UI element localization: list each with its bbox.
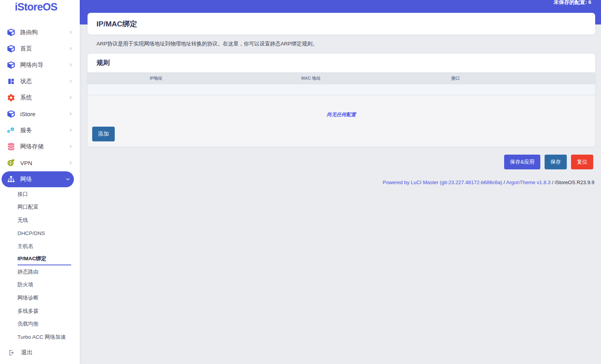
sidebar-item-routerdog[interactable]: 路由狗 (2, 24, 77, 40)
reset-button[interactable]: 复位 (571, 155, 593, 169)
sidebar-item-system[interactable]: 系统 (2, 89, 77, 106)
cube-icon (7, 110, 15, 118)
main-area: 未保存的配置: 6 IP/MAC绑定 ARP协议是用于实现网络地址到物理地址转换… (80, 0, 601, 185)
submenu-ip-mac-binding[interactable]: IP/MAC绑定 (18, 253, 71, 265)
page-description: ARP协议是用于实现网络地址到物理地址转换的协议。在这里，你可以设置静态ARP绑… (88, 35, 595, 54)
chevron-right-icon (69, 112, 73, 116)
chevron-right-icon (69, 79, 73, 83)
chevron-right-icon (69, 47, 73, 51)
submenu-port-config[interactable]: 网口配置 (18, 201, 80, 214)
sidebar-item-home[interactable]: 首页 (2, 40, 77, 57)
sidebar-item-label: 首页 (20, 45, 69, 52)
chevron-right-icon (69, 161, 73, 165)
column-header-ip: IP地址 (88, 72, 224, 84)
sign-out-icon (8, 349, 16, 357)
column-header-mac: MAC 地址 (224, 72, 397, 84)
submenu-wireless[interactable]: 无线 (18, 214, 80, 227)
rules-section: 规则 IP地址 MAC 地址 接口 (88, 54, 595, 147)
rules-table: IP地址 MAC 地址 接口 (88, 72, 595, 95)
page-title-card: IP/MAC绑定 (88, 13, 595, 35)
sitemap-icon (7, 176, 15, 183)
add-button[interactable]: 添加 (92, 127, 115, 141)
sidebar-item-network[interactable]: 网络 (2, 171, 74, 187)
empty-message: 尚无任何配置 (88, 95, 595, 118)
submenu-static-routes[interactable]: 静态路由 (18, 265, 80, 279)
sidebar-item-label: 服务 (20, 127, 69, 134)
cube-icon (7, 61, 15, 69)
sidebar-item-istore[interactable]: iStore (2, 106, 77, 122)
chevron-right-icon (69, 128, 73, 132)
table-row (88, 84, 595, 95)
submenu-diagnostics[interactable]: 网络诊断 (18, 291, 80, 305)
sidebar-item-logout[interactable]: 退出 (2, 345, 77, 361)
submenu-load-balancing[interactable]: 负载均衡 (18, 317, 80, 331)
sidebar-item-label: 路由狗 (20, 29, 69, 36)
submenu-turbo-acc[interactable]: Turbo ACC 网络加速 (18, 331, 80, 344)
submenu-dhcp-dns[interactable]: DHCP/DNS (18, 227, 80, 240)
istoreos-logo[interactable]: iStoreOS (0, 0, 80, 13)
rules-section-title: 规则 (88, 54, 595, 72)
sidebar-item-label: 网络向导 (20, 61, 69, 69)
page-title: IP/MAC绑定 (88, 13, 595, 35)
argon-theme-link[interactable]: ArgonTheme v1.8.3 (506, 179, 550, 185)
gears-icon (7, 126, 15, 134)
empty-state: 尚无任何配置 添加 (88, 95, 595, 147)
chevron-right-icon (69, 96, 73, 99)
sidebar-item-label: VPN (20, 160, 69, 166)
save-apply-button[interactable]: 保存&应用 (504, 155, 540, 169)
table-header-row: IP地址 MAC 地址 接口 (88, 72, 595, 84)
chevron-right-icon (69, 63, 73, 67)
firmware-version: iStoreOS R23.9.9 (555, 179, 594, 185)
sidebar-item-status[interactable]: 状态 (2, 73, 77, 89)
chevron-right-icon (69, 30, 73, 34)
sidebar-menu: 路由狗 首页 网络向导 状态 (0, 24, 80, 361)
sidebar-item-network-wizard[interactable]: 网络向导 (2, 57, 77, 73)
network-submenu: 接口 网口配置 无线 DHCP/DNS 主机名 IP/MAC绑定 静态路由 防火… (0, 188, 80, 344)
sidebar-item-label: 网络存储 (20, 143, 69, 150)
sidebar-item-label: 状态 (20, 78, 69, 85)
database-icon (7, 143, 15, 150)
sidebar: iStoreOS 路由狗 首页 网络向导 (0, 0, 80, 364)
sidebar-item-label: iStore (20, 111, 69, 117)
cube-icon (7, 28, 15, 36)
logout-label: 退出 (21, 349, 73, 356)
column-header-interface: 接口 (397, 72, 514, 84)
chevron-right-icon (69, 145, 73, 148)
unsaved-changes-badge[interactable]: 未保存的配置: 6 (554, 0, 591, 6)
cube-icon (7, 45, 15, 52)
footer-separator: / (502, 179, 506, 185)
column-header-actions (514, 72, 595, 84)
footer-separator: / (550, 179, 555, 185)
form-actions: 保存&应用 保存 复位 (88, 155, 595, 169)
gear-icon (7, 94, 15, 101)
submenu-interfaces[interactable]: 接口 (18, 188, 80, 201)
sidebar-item-label: 系统 (20, 94, 69, 101)
grid-icon (7, 77, 15, 85)
submenu-firewall[interactable]: 防火墙 (18, 279, 80, 292)
page-footer: Powered by LuCI Master (git-23.227.48172… (88, 169, 595, 185)
luci-link[interactable]: Powered by LuCI Master (git-23.227.48172… (383, 179, 502, 185)
sidebar-item-services[interactable]: 服务 (2, 122, 77, 138)
submenu-multi-wan-dial[interactable]: 多线多拨 (18, 305, 80, 318)
sidebar-item-nas[interactable]: 网络存储 (2, 138, 77, 155)
sidebar-item-vpn[interactable]: VPN (2, 155, 77, 171)
page-content: IP/MAC绑定 ARP协议是用于实现网络地址到物理地址转换的协议。在这里，你可… (80, 13, 601, 185)
submenu-hostname[interactable]: 主机名 (18, 240, 80, 253)
save-button[interactable]: 保存 (545, 155, 567, 169)
globe-icon (7, 159, 15, 167)
chevron-down-icon (66, 177, 70, 181)
sidebar-item-label: 网络 (20, 176, 66, 183)
